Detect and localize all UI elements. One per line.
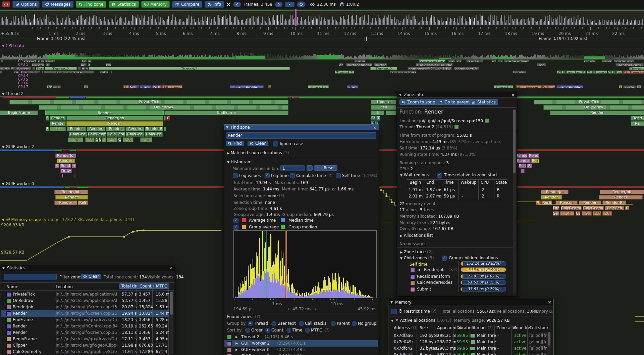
group-by-radio[interactable] — [352, 321, 357, 326]
statistics-titlebar[interactable]: ▼ Statistics × — [0, 265, 175, 271]
wait-table-header[interactable]: State — [496, 180, 507, 185]
collapse-icon[interactable]: ▼ — [390, 301, 393, 304]
wait-table-header[interactable]: End — [426, 180, 434, 185]
stats-table-row[interactable]: EndFramejni/../jni/src/claw/gfx/drv/vk/D… — [1, 317, 169, 323]
found-zone-row[interactable]: ▶GUIF worker 1(3,192) 4.39 s — [224, 353, 378, 355]
zone-info-titlebar[interactable]: ▼ Zone info × — [397, 92, 517, 98]
allocation-row[interactable]: 0x7dfc42d64032 bytes298.3 ms59.95 sMain … — [388, 345, 547, 352]
allocation-row[interactable]: 0x7e049b3d00128 bytes298.27 ms59.95 sMai… — [388, 339, 547, 345]
sort-by-radio[interactable] — [265, 328, 270, 333]
group-by-radio[interactable] — [248, 321, 253, 326]
stats-table-row[interactable]: CalcGeometryjni/../jni/src/claw/graphics… — [1, 349, 169, 355]
stats-table-row[interactable]: OnRedrawjni/../jni/src/claw/application/… — [1, 298, 169, 304]
stats-clear-button[interactable]: Clear — [81, 274, 101, 279]
sort-by-option[interactable]: Time — [292, 328, 302, 332]
close-icon[interactable]: × — [169, 266, 173, 271]
log-time-checkbox[interactable] — [265, 173, 270, 178]
stats-table-row[interactable]: Clipperjni/../jni/src/claw/gfx/geo/Clipp… — [1, 342, 169, 349]
ignore-case-checkbox[interactable] — [273, 141, 278, 146]
allocation-row[interactable]: 0x7dfaa64e00192 bytes298.21 ms59.95 sMai… — [388, 332, 547, 339]
clear-button[interactable]: Clear — [248, 141, 268, 146]
group-by-radio[interactable] — [299, 321, 304, 326]
close-icon[interactable]: × — [511, 92, 515, 97]
memory-titlebar[interactable]: ▼ Memory × — [388, 299, 553, 305]
wait-table-header[interactable]: Begin — [410, 180, 421, 185]
stats-table-row[interactable]: Renderjni/../jni/src/guif/Screen.cpp:150… — [1, 329, 169, 336]
group-by-option[interactable]: No groupi — [358, 321, 377, 326]
child-zone-name[interactable]: RenderJob — [424, 267, 444, 272]
sort-by-radio[interactable] — [305, 328, 310, 333]
expand-icon[interactable]: ▶ — [400, 251, 402, 254]
group-by-radio[interactable] — [271, 321, 276, 326]
min-bin-input[interactable]: 1 — [280, 165, 305, 171]
zone-info-scrollbar[interactable] — [513, 109, 516, 294]
group-by-option[interactable]: Thread — [254, 321, 268, 326]
collapse-icon[interactable]: ▼ — [391, 319, 393, 322]
stats-table-row[interactable]: RenderJobjni/../jni/src/guif/Screen.cpp:… — [1, 304, 169, 310]
sort-by-option[interactable]: Order — [251, 328, 263, 332]
stats-col-counts-button[interactable]: Counts — [137, 283, 156, 289]
close-icon[interactable]: × — [373, 125, 377, 130]
child-zone-time-bar[interactable]: 4.16 ms (92.60%) — [461, 267, 506, 272]
min-bin-plus-button[interactable]: + — [314, 165, 322, 171]
group-by-radio[interactable] — [331, 321, 336, 326]
found-zone-row[interactable]: ▶GUIF worker 0(3,231) 4.48 s — [224, 347, 378, 353]
sort-by-radio[interactable] — [245, 328, 250, 333]
sort-by-option[interactable]: MTPC — [311, 328, 322, 332]
collapse-icon[interactable]: ▼ — [400, 257, 402, 260]
child-zone-time-bar[interactable]: 172.14 us (3.83%) — [461, 261, 506, 266]
wait-table-header[interactable]: Time — [444, 180, 453, 185]
group-children-checkbox[interactable] — [442, 256, 447, 261]
child-zone-time-bar[interactable]: 35.63 us (0.79%) — [461, 287, 506, 292]
reset-button[interactable]: Reset — [321, 165, 337, 171]
child-zone-time-bar[interactable]: 72.92 us (1.62%) — [461, 274, 506, 279]
stats-table-row[interactable]: Renderjni/../jni/src/guif/Screen.cpp:257… — [1, 310, 169, 317]
legend-checkbox[interactable] — [233, 225, 238, 230]
zoom-to-zone-button[interactable]: Zoom to zone — [399, 99, 437, 105]
child-zone-name[interactable]: RecalcTransform — [417, 274, 450, 279]
wait-table-header[interactable]: Wakeup — [461, 180, 477, 185]
collapse-icon[interactable]: ▼ — [227, 161, 229, 164]
restrict-time-checkbox[interactable] — [391, 309, 397, 314]
log-values-checkbox[interactable] — [233, 173, 238, 178]
child-zone-time-bar[interactable]: 51.51 us (1.15%) — [461, 280, 506, 285]
legend-checkbox[interactable] — [233, 218, 238, 223]
stats-table-row[interactable]: PrivateTickjni/../jni/src/claw/applicati… — [1, 291, 169, 298]
sort-by-radio[interactable] — [286, 328, 291, 333]
wait-table-header[interactable]: CPU — [481, 180, 489, 185]
stats-col-location[interactable]: Location — [56, 284, 73, 289]
find-zone-histogram[interactable] — [233, 230, 377, 298]
child-zone-name[interactable]: Submit — [417, 287, 431, 292]
expand-icon[interactable]: ▶ — [400, 234, 402, 237]
collapse-icon[interactable]: ▼ — [2, 266, 5, 270]
go-to-parent-button[interactable]: Go to parent — [437, 99, 472, 105]
stats-col-name[interactable]: Name — [6, 284, 18, 289]
expand-icon[interactable]: ▶ — [227, 151, 229, 155]
sort-by-option[interactable]: Count — [271, 328, 283, 332]
stats-table-row[interactable]: Renderjni/../jni/src/guif/Control.cpp:34… — [1, 323, 169, 329]
min-bin-minus-button[interactable]: - — [307, 165, 313, 171]
child-zone-name[interactable]: CalcRenderNodes — [417, 280, 452, 285]
time-relative-checkbox[interactable] — [437, 173, 442, 178]
self-time-checkbox[interactable] — [336, 173, 341, 178]
collapse-icon[interactable]: ▼ — [400, 174, 402, 177]
find-zone-titlebar[interactable]: ▼ Find zone × — [224, 125, 379, 130]
find-button[interactable]: Find — [226, 141, 244, 146]
collapse-icon[interactable]: ▼ — [399, 93, 401, 96]
group-by-option[interactable]: User text — [277, 321, 296, 326]
find-zone-search-input[interactable]: Render — [226, 132, 376, 139]
memory-table-header[interactable]: Address — [394, 325, 410, 330]
group-by-option[interactable]: Parent — [337, 321, 350, 326]
allocation-row[interactable]: 0x7dfc53d8988 bytes298.34 ms59.95 sMain … — [388, 352, 547, 355]
close-icon[interactable]: × — [548, 300, 551, 305]
stats-col-mtpc-button[interactable]: MTPC — [154, 283, 169, 289]
stats-filter-input[interactable] — [4, 274, 57, 280]
stats-table-row[interactable]: BeginFramejni/../jni/src/claw/gfx/drv/vk… — [1, 336, 169, 342]
memory-scrollbar[interactable] — [547, 331, 551, 354]
memory-table-header[interactable]: Size — [420, 325, 428, 330]
group-by-option[interactable]: Call stacks — [305, 321, 326, 326]
collapse-icon[interactable]: ▼ — [226, 126, 228, 129]
memory-table-header[interactable]: Thread — [472, 325, 486, 330]
found-zone-row[interactable]: ▶GUIF worker 2(3,296) 4.61 s — [224, 340, 378, 347]
found-zone-row[interactable]: ▶Thread-2(4,105) 6.46 s — [224, 334, 378, 340]
